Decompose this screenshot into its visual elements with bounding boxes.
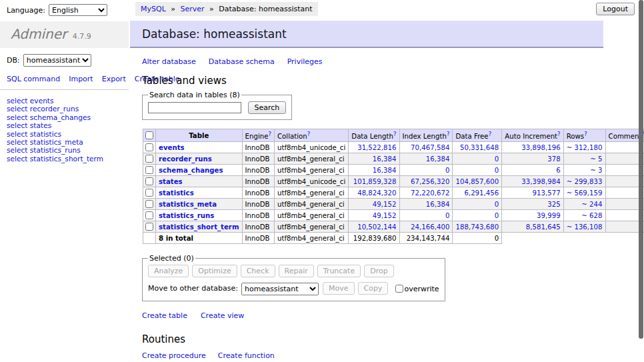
truncate-button[interactable]: Truncate <box>317 265 361 277</box>
row-checkbox[interactable] <box>145 189 153 197</box>
sidebar-link-select-events[interactable]: select events <box>7 97 129 105</box>
rows-link[interactable]: ~ 312,180 <box>567 144 603 151</box>
sidebar-link-select-statistics-runs[interactable]: select statistics_runs <box>7 146 129 154</box>
index-length-link[interactable]: 24,166,400 <box>411 223 449 231</box>
data-length-link[interactable]: 49,152 <box>373 212 397 219</box>
breadcrumb-link-server[interactable]: Server <box>181 5 205 13</box>
column-help-link-data-free[interactable]: ? <box>489 131 492 137</box>
create-view-link[interactable]: Create view <box>201 311 244 320</box>
row-checkbox[interactable] <box>145 177 153 185</box>
nav-link-alter-database[interactable]: Alter database <box>142 57 196 66</box>
drop-button[interactable]: Drop <box>364 265 393 277</box>
app-name[interactable]: Adminer <box>11 26 67 42</box>
column-help-link-engine[interactable]: ? <box>268 131 271 137</box>
data-free-link[interactable]: 104,857,600 <box>455 178 499 185</box>
data-length-link[interactable]: 10,502,144 <box>357 223 396 231</box>
index-length-link[interactable]: 70,467,584 <box>411 144 449 151</box>
data-free-link[interactable]: 50,331,648 <box>460 144 499 151</box>
auto-increment-link[interactable]: 8,581,645 <box>526 223 561 231</box>
rows-link[interactable]: ~ 3 <box>590 167 602 174</box>
column-help-link-rows[interactable]: ? <box>584 131 587 137</box>
check-button[interactable]: Check <box>241 265 275 277</box>
index-length-link[interactable]: 72,220,672 <box>411 189 449 197</box>
rows-link[interactable]: ~ 244 <box>581 201 602 208</box>
language-select[interactable]: English <box>49 4 107 16</box>
sidebar-link-sql-command[interactable]: SQL command <box>7 75 60 83</box>
row-checkbox[interactable] <box>145 155 153 163</box>
data-free-link[interactable]: 188,743,680 <box>455 223 499 231</box>
sidebar-link-select-states[interactable]: select states <box>7 121 129 129</box>
column-help-link-auto-increment[interactable]: ? <box>557 131 561 137</box>
move-button[interactable]: Move <box>323 282 355 295</box>
auto-increment-link[interactable]: 6 <box>556 167 560 174</box>
table-name-link[interactable]: statistics_meta <box>159 201 217 208</box>
logout-button[interactable]: Logout <box>596 3 635 15</box>
sidebar-link-select-schema-changes[interactable]: select schema_changes <box>7 113 129 121</box>
nav-link-database-schema[interactable]: Database schema <box>209 57 275 66</box>
data-length-link[interactable]: 16,384 <box>373 155 397 163</box>
sidebar-link-import[interactable]: Import <box>69 75 93 83</box>
table-name-link[interactable]: statistics_short_term <box>159 223 239 231</box>
table-name-link[interactable]: events <box>159 144 185 151</box>
index-length-link[interactable]: 0 <box>445 212 449 219</box>
data-free-link[interactable]: 0 <box>495 167 499 174</box>
index-length-link[interactable]: 0 <box>445 167 449 174</box>
sidebar-link-select-statistics-short-term[interactable]: select statistics_short_term <box>7 155 129 163</box>
row-checkbox[interactable] <box>145 223 153 231</box>
column-help-link-collation[interactable]: ? <box>307 131 311 137</box>
table-name-link[interactable]: statistics_runs <box>159 212 214 219</box>
search-input[interactable] <box>148 102 241 113</box>
data-length-link[interactable]: 48,824,320 <box>357 189 396 197</box>
data-free-link[interactable]: 0 <box>495 201 499 208</box>
rows-link[interactable]: ~ 628 <box>581 212 602 219</box>
column-help-link-index-length[interactable]: ? <box>447 131 450 137</box>
rows-link[interactable]: ~ 569,159 <box>567 189 603 197</box>
auto-increment-link[interactable]: 378 <box>547 155 560 163</box>
copy-button[interactable]: Copy <box>358 282 389 295</box>
breadcrumb-link-mysql[interactable]: MySQL <box>141 5 166 13</box>
data-length-link[interactable]: 31,522,816 <box>357 144 396 151</box>
data-free-link[interactable]: 6,291,456 <box>464 189 499 197</box>
create-procedure-link[interactable]: Create procedure <box>142 351 206 360</box>
table-name-link[interactable]: schema_changes <box>159 167 223 174</box>
create-table-link[interactable]: Create table <box>142 311 187 320</box>
data-length-link[interactable]: 16,384 <box>373 167 397 174</box>
rows-link[interactable]: ~ 299,833 <box>567 178 603 185</box>
search-button[interactable]: Search <box>248 101 287 114</box>
auto-increment-link[interactable]: 39,999 <box>537 212 561 219</box>
rows-link[interactable]: ~ 5 <box>590 155 602 163</box>
column-help-link-data-length[interactable]: ? <box>393 131 397 137</box>
nav-link-privileges[interactable]: Privileges <box>287 57 323 66</box>
table-name-link[interactable]: recorder_runs <box>159 155 212 163</box>
table-name-link[interactable]: states <box>159 178 183 185</box>
index-length-link[interactable]: 16,384 <box>426 155 450 163</box>
sidebar-link-select-statistics-meta[interactable]: select statistics_meta <box>7 138 129 146</box>
row-checkbox[interactable] <box>145 200 153 208</box>
index-length-link[interactable]: 67,256,320 <box>411 178 449 185</box>
sidebar-link-export[interactable]: Export <box>102 75 126 83</box>
select-all-checkbox[interactable] <box>145 131 153 139</box>
rows-link[interactable]: ~ 136,108 <box>567 223 603 231</box>
auto-increment-link[interactable]: 33,898,196 <box>521 144 560 151</box>
auto-increment-link[interactable]: 33,398,984 <box>521 178 560 185</box>
vertical-scrollbar-thumb[interactable] <box>639 0 643 339</box>
data-free-link[interactable]: 0 <box>495 212 499 219</box>
move-database-select[interactable]: homeassistant <box>241 283 319 295</box>
sidebar-link-select-statistics[interactable]: select statistics <box>7 130 129 138</box>
create-function-link[interactable]: Create function <box>218 351 275 360</box>
db-select[interactable]: homeassistant <box>23 54 91 67</box>
repair-button[interactable]: Repair <box>279 265 314 277</box>
index-length-link[interactable]: 16,384 <box>426 201 450 208</box>
optimize-button[interactable]: Optimize <box>192 265 237 277</box>
overwrite-checkbox[interactable] <box>395 285 403 293</box>
row-checkbox[interactable] <box>145 143 153 151</box>
analyze-button[interactable]: Analyze <box>148 265 189 277</box>
row-checkbox[interactable] <box>145 211 153 219</box>
auto-increment-link[interactable]: 913,577 <box>532 189 560 197</box>
row-checkbox[interactable] <box>145 166 153 174</box>
data-length-link[interactable]: 101,859,328 <box>353 178 397 185</box>
sidebar-link-select-recorder-runs[interactable]: select recorder_runs <box>7 105 129 113</box>
data-length-link[interactable]: 49,152 <box>373 201 397 208</box>
auto-increment-link[interactable]: 325 <box>547 201 560 208</box>
data-free-link[interactable]: 0 <box>495 155 499 163</box>
